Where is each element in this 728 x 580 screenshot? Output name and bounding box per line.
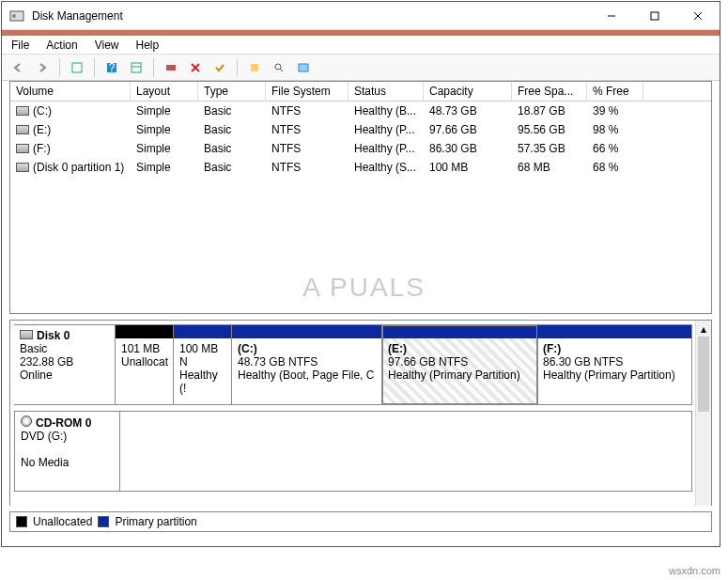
disk-0-info: Disk 0 Basic 232.88 GB Online: [14, 325, 116, 404]
partition-size: 86.30 GB NTFS: [543, 355, 623, 368]
cdrom-status: No Media: [21, 456, 69, 469]
partition-header-bar: [116, 325, 173, 338]
back-button[interactable]: [8, 57, 28, 78]
partition-title: (E:): [388, 342, 407, 355]
menu-file[interactable]: File: [11, 39, 29, 52]
partition[interactable]: (E:)97.66 GB NTFSHealthy (Primary Partit…: [382, 325, 537, 404]
scroll-up-icon[interactable]: ▴: [696, 321, 711, 337]
cell-free: 18.87 GB: [512, 102, 587, 120]
volume-row[interactable]: (E:)SimpleBasicNTFSHealthy (P...97.66 GB…: [10, 120, 711, 139]
cell-layout: Simple: [131, 102, 198, 120]
partition-status: Healthy (!: [179, 368, 218, 395]
cell-fs: NTFS: [266, 102, 349, 120]
column-headers: Volume Layout Type File System Status Ca…: [10, 82, 711, 102]
cell-capacity: 86.30 GB: [424, 139, 512, 158]
window-title: Disk Management: [32, 9, 590, 23]
disk-0-status: Online: [20, 368, 53, 382]
cell-fs: NTFS: [266, 139, 349, 158]
col-capacity[interactable]: Capacity: [424, 82, 512, 101]
refresh-icon[interactable]: [126, 57, 147, 78]
check-icon[interactable]: [209, 57, 230, 78]
partition[interactable]: 101 MBUnallocat: [116, 325, 174, 404]
cell-status: Healthy (P...: [349, 120, 424, 139]
disk-icon: [20, 330, 33, 339]
menu-action[interactable]: Action: [46, 39, 77, 52]
titlebar: Disk Management: [2, 2, 720, 30]
close-button[interactable]: [676, 2, 720, 29]
tool-icon-2[interactable]: [293, 57, 314, 78]
cell-free: 68 MB: [512, 158, 587, 177]
legend: Unallocated Primary partition: [9, 511, 712, 532]
legend-unallocated-label: Unallocated: [33, 515, 92, 528]
svg-text:?: ?: [109, 61, 116, 74]
volume-name: (Disk 0 partition 1): [33, 161, 124, 174]
partition-status: Healthy (Boot, Page File, C: [238, 368, 374, 382]
svg-rect-11: [166, 65, 176, 71]
svg-rect-17: [299, 64, 308, 71]
partition-status: Healthy (Primary Partition): [388, 368, 520, 382]
delete-icon[interactable]: [185, 57, 206, 78]
search-icon[interactable]: [269, 57, 289, 78]
volume-name: (F:): [33, 142, 51, 155]
vertical-scrollbar[interactable]: ▴: [695, 321, 711, 506]
partition-body: 101 MBUnallocat: [116, 338, 173, 404]
partition-title: (C:): [238, 342, 257, 355]
cell-pct: 68 %: [587, 158, 643, 177]
cell-layout: Simple: [131, 120, 198, 139]
col-status[interactable]: Status: [349, 82, 424, 101]
partition-header-bar: [174, 325, 231, 338]
cell-capacity: 100 MB: [424, 158, 512, 177]
partition-body: (C:)48.73 GB NTFSHealthy (Boot, Page Fil…: [232, 338, 381, 404]
volume-icon: [16, 144, 29, 153]
partition[interactable]: (F:)86.30 GB NTFSHealthy (Primary Partit…: [537, 325, 692, 404]
col-volume[interactable]: Volume: [10, 82, 131, 101]
col-freespace[interactable]: Free Spa...: [512, 82, 587, 101]
cell-status: Healthy (P...: [349, 139, 424, 158]
legend-primary-label: Primary partition: [115, 515, 196, 528]
volume-list: Volume Layout Type File System Status Ca…: [9, 81, 712, 314]
scroll-thumb[interactable]: [698, 337, 709, 412]
disk-row-0[interactable]: Disk 0 Basic 232.88 GB Online 101 MBUnal…: [14, 324, 692, 405]
partition[interactable]: 100 MB NHealthy (!: [174, 325, 232, 404]
svg-rect-9: [132, 63, 141, 72]
legend-primary-swatch: [98, 516, 109, 527]
source-credit: wsxdn.com: [669, 565, 720, 576]
settings-icon[interactable]: [161, 57, 181, 78]
partition-header-bar: [537, 325, 691, 338]
col-type[interactable]: Type: [198, 82, 266, 101]
cell-fs: NTFS: [266, 158, 349, 177]
maximize-button[interactable]: [633, 2, 676, 29]
volume-row[interactable]: (Disk 0 partition 1)SimpleBasicNTFSHealt…: [10, 158, 711, 177]
cell-layout: Simple: [131, 158, 198, 177]
tool-icon-1[interactable]: [244, 57, 265, 78]
cell-fs: NTFS: [266, 120, 349, 139]
volume-rows: (C:)SimpleBasicNTFSHealthy (B...48.73 GB…: [10, 102, 711, 177]
svg-rect-6: [72, 63, 82, 72]
volume-row[interactable]: (F:)SimpleBasicNTFSHealthy (P...86.30 GB…: [10, 139, 711, 158]
volume-row[interactable]: (C:)SimpleBasicNTFSHealthy (B...48.73 GB…: [10, 102, 711, 120]
col-filesystem[interactable]: File System: [266, 82, 349, 101]
minimize-button[interactable]: [590, 2, 633, 29]
legend-unallocated-swatch: [16, 516, 27, 527]
cdrom-row[interactable]: CD-ROM 0 DVD (G:) No Media: [14, 411, 692, 492]
col-pctfree[interactable]: % Free: [587, 82, 643, 101]
partition[interactable]: (C:)48.73 GB NTFSHealthy (Boot, Page Fil…: [232, 325, 382, 404]
cell-status: Healthy (S...: [349, 158, 424, 177]
forward-button[interactable]: [32, 57, 53, 78]
menu-view[interactable]: View: [95, 39, 119, 52]
cell-pct: 66 %: [587, 139, 643, 158]
volume-name: (C:): [33, 104, 52, 118]
tool-show-hide-icon[interactable]: [67, 57, 87, 78]
help-icon[interactable]: ?: [101, 57, 122, 78]
graphical-view: Disk 0 Basic 232.88 GB Online 101 MBUnal…: [9, 320, 712, 506]
cell-status: Healthy (B...: [349, 102, 424, 120]
menu-help[interactable]: Help: [136, 39, 160, 52]
disk-0-size: 232.88 GB: [20, 355, 73, 368]
partition-size: 101 MB: [121, 342, 160, 355]
svg-line-16: [280, 69, 283, 71]
col-layout[interactable]: Layout: [131, 82, 198, 101]
menubar: File Action View Help: [2, 36, 720, 55]
toolbar: ?: [2, 55, 720, 81]
disk-0-type: Basic: [20, 342, 47, 355]
volume-icon: [16, 163, 29, 172]
